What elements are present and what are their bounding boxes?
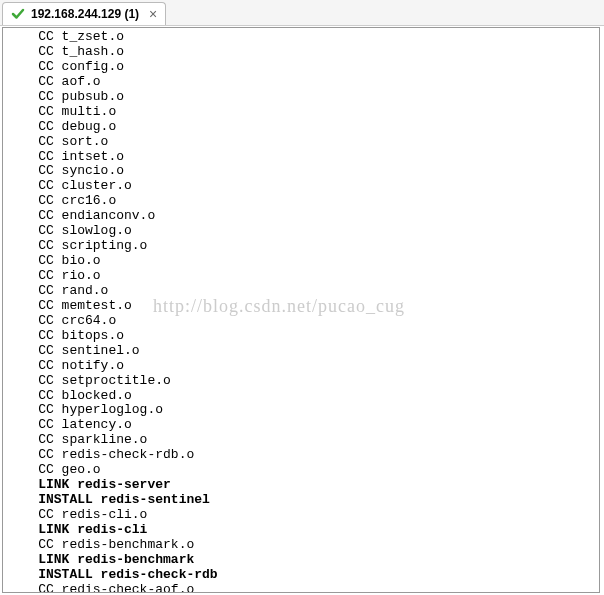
output-line: LINK redis-benchmark xyxy=(7,553,595,568)
output-line: CC latency.o xyxy=(7,418,595,433)
output-line: CC endianconv.o xyxy=(7,209,595,224)
checkmark-icon xyxy=(11,7,25,21)
output-line: CC redis-check-rdb.o xyxy=(7,448,595,463)
output-line: CC bio.o xyxy=(7,254,595,269)
output-line: LINK redis-server xyxy=(7,478,595,493)
output-line: CC bitops.o xyxy=(7,329,595,344)
output-line: CC scripting.o xyxy=(7,239,595,254)
output-line: CC notify.o xyxy=(7,359,595,374)
output-line: CC redis-check-aof.o xyxy=(7,583,595,593)
output-line: CC sort.o xyxy=(7,135,595,150)
output-line: CC blocked.o xyxy=(7,389,595,404)
output-line: CC slowlog.o xyxy=(7,224,595,239)
output-line: CC rand.o xyxy=(7,284,595,299)
tab-title: 192.168.244.129 (1) xyxy=(31,7,139,21)
output-line: CC rio.o xyxy=(7,269,595,284)
output-line: CC multi.o xyxy=(7,105,595,120)
output-line: LINK redis-cli xyxy=(7,523,595,538)
output-line: CC crc64.o xyxy=(7,314,595,329)
output-line: CC intset.o xyxy=(7,150,595,165)
tab-active[interactable]: 192.168.244.129 (1) × xyxy=(2,2,166,25)
output-line: CC crc16.o xyxy=(7,194,595,209)
output-line: CC setproctitle.o xyxy=(7,374,595,389)
output-line: CC t_zset.o xyxy=(7,30,595,45)
output-line: CC aof.o xyxy=(7,75,595,90)
output-line: CC redis-cli.o xyxy=(7,508,595,523)
tab-close-icon[interactable]: × xyxy=(149,7,157,21)
output-line: INSTALL redis-check-rdb xyxy=(7,568,595,583)
output-line: CC redis-benchmark.o xyxy=(7,538,595,553)
output-line: CC sentinel.o xyxy=(7,344,595,359)
tab-bar: 192.168.244.129 (1) × xyxy=(0,0,604,26)
output-line: CC geo.o xyxy=(7,463,595,478)
output-line: CC config.o xyxy=(7,60,595,75)
output-line: CC hyperloglog.o xyxy=(7,403,595,418)
output-line: CC debug.o xyxy=(7,120,595,135)
output-line: CC sparkline.o xyxy=(7,433,595,448)
output-line: CC cluster.o xyxy=(7,179,595,194)
terminal-output[interactable]: http://blog.csdn.net/pucao_cug CC t_zset… xyxy=(2,27,600,593)
output-line: CC t_hash.o xyxy=(7,45,595,60)
output-line: CC syncio.o xyxy=(7,164,595,179)
output-line: CC memtest.o xyxy=(7,299,595,314)
output-lines: CC t_zset.o CC t_hash.o CC config.o CC a… xyxy=(7,30,595,593)
output-line: CC pubsub.o xyxy=(7,90,595,105)
output-line: INSTALL redis-sentinel xyxy=(7,493,595,508)
